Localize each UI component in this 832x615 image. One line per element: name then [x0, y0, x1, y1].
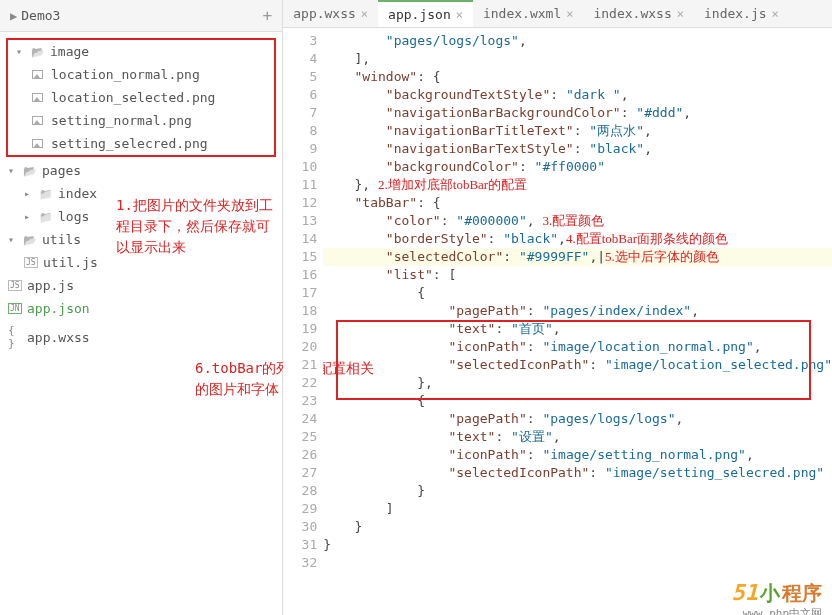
js-icon: JS [8, 280, 22, 291]
close-icon[interactable]: × [456, 8, 463, 22]
close-icon[interactable]: × [566, 7, 573, 21]
chevron-down-icon: ▾ [8, 165, 18, 176]
code-editor[interactable]: 3456789101112131415161718192021222324252… [283, 28, 832, 615]
editor-pane: app.wxss× app.json× index.wxml× index.wx… [283, 0, 832, 615]
file-explorer: ▶ Demo3 + ▾ image location_normal.png lo… [0, 0, 283, 615]
file-item[interactable]: setting_selecred.png [8, 132, 274, 155]
folder-image[interactable]: ▾ image [8, 40, 274, 63]
file-item[interactable]: setting_normal.png [8, 109, 274, 132]
wxss-icon: { } [8, 324, 22, 350]
file-appjson[interactable]: JNapp.json [0, 297, 282, 320]
folder-label: image [50, 44, 89, 59]
folder-icon [39, 186, 53, 201]
folder-icon [39, 209, 53, 224]
code-content[interactable]: "pages/logs/logs", ], "window": { "backg… [323, 28, 832, 615]
js-icon: JS [24, 257, 38, 268]
chevron-down-icon: ▾ [8, 234, 18, 245]
file-appwxss[interactable]: { }app.wxss [0, 320, 282, 354]
json-icon: JN [8, 303, 22, 314]
file-appjs[interactable]: JSapp.js [0, 274, 282, 297]
folder-open-icon [31, 44, 45, 59]
folder-pages[interactable]: ▾pages [0, 159, 282, 182]
tree-arrow-icon[interactable]: ▶ [10, 9, 17, 23]
project-name: Demo3 [21, 8, 60, 23]
image-icon [32, 139, 46, 148]
chevron-right-icon: ▸ [24, 211, 34, 222]
editor-tabs: app.wxss× app.json× index.wxml× index.wx… [283, 0, 832, 28]
file-item[interactable]: location_normal.png [8, 63, 274, 86]
chevron-right-icon: ▸ [24, 188, 34, 199]
close-icon[interactable]: × [361, 7, 368, 21]
image-folder-highlight: ▾ image location_normal.png location_sel… [6, 38, 276, 157]
file-item[interactable]: location_selected.png [8, 86, 274, 109]
tab-indexjs[interactable]: index.js× [694, 0, 789, 27]
tab-appwxss[interactable]: app.wxss× [283, 0, 378, 27]
tab-appjson[interactable]: app.json× [378, 0, 473, 27]
chevron-down-icon: ▾ [16, 46, 26, 57]
close-icon[interactable]: × [677, 7, 684, 21]
folder-open-icon [23, 232, 37, 247]
image-icon [32, 116, 46, 125]
close-icon[interactable]: × [772, 7, 779, 21]
add-file-icon[interactable]: + [263, 6, 273, 25]
line-gutter: 3456789101112131415161718192021222324252… [283, 28, 323, 615]
image-icon [32, 70, 46, 79]
watermark-sub: www.php中文网 [743, 606, 822, 615]
tab-indexwxss[interactable]: index.wxss× [583, 0, 694, 27]
image-icon [32, 93, 46, 102]
annotation-1: 1.把图片的文件夹放到工程目录下，然后保存就可以显示出来 [116, 195, 276, 258]
folder-open-icon [23, 163, 37, 178]
tab-indexwxml[interactable]: index.wxml× [473, 0, 584, 27]
project-header: ▶ Demo3 + [0, 0, 282, 32]
